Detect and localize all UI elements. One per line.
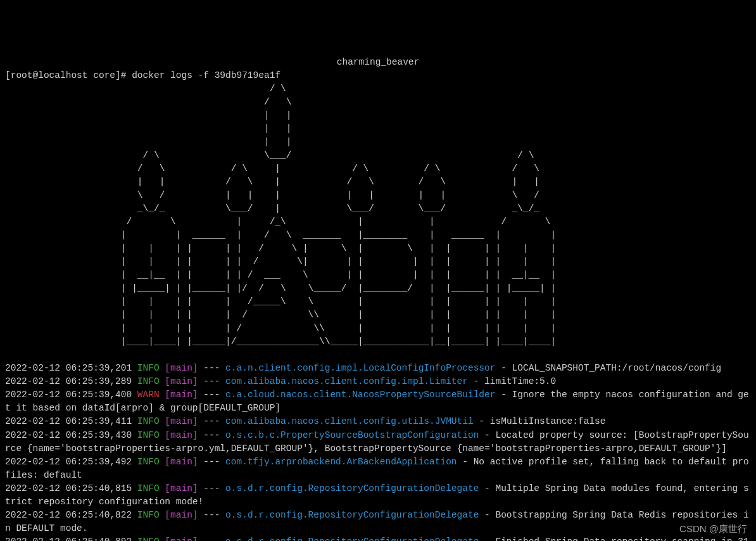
log-timestamp: 2022-02-12 06:25:39,430 — [5, 430, 132, 440]
log-separator: --- — [198, 483, 226, 493]
log-separator: --- — [198, 457, 226, 467]
log-separator: --- — [198, 430, 226, 440]
log-lines: 2022-02-12 06:25:39,201 INFO [main] --- … — [5, 362, 751, 541]
log-separator: --- — [198, 510, 226, 520]
log-logger: o.s.d.r.config.RepositoryConfigurationDe… — [225, 483, 479, 493]
log-message: - LOCAL_SNAPSHOT_PATH:/root/nacos/config — [495, 363, 721, 373]
log-thread: [main] — [165, 510, 198, 520]
log-logger: o.s.d.r.config.RepositoryConfigurationDe… — [225, 537, 479, 541]
log-line: 2022-02-12 06:25:39,411 INFO [main] --- … — [5, 415, 751, 428]
log-line: 2022-02-12 06:25:39,400 WARN [main] --- … — [5, 388, 751, 415]
log-message: - limitTime:5.0 — [468, 376, 556, 386]
log-level: INFO — [137, 376, 160, 386]
log-logger: o.s.d.r.config.RepositoryConfigurationDe… — [225, 510, 479, 520]
log-level: INFO — [137, 430, 160, 440]
log-separator: --- — [198, 363, 226, 373]
log-thread: [main] — [165, 537, 198, 541]
log-timestamp: 2022-02-12 06:25:39,289 — [5, 376, 132, 386]
log-thread: [main] — [165, 416, 198, 426]
container-name: charming_beaver — [5, 56, 751, 69]
log-thread: [main] — [165, 430, 198, 440]
log-logger: c.a.cloud.nacos.client.NacosPropertySour… — [225, 390, 495, 400]
log-level: INFO — [137, 416, 160, 426]
log-timestamp: 2022-02-12 06:25:40,822 — [5, 510, 132, 520]
log-separator: --- — [198, 537, 226, 541]
log-logger: com.tfjy.arprobackend.ArBackendApplicati… — [225, 457, 457, 467]
log-level: INFO — [137, 457, 160, 467]
log-logger: com.alibaba.nacos.client.config.utils.JV… — [225, 416, 474, 426]
log-separator: --- — [198, 376, 226, 386]
log-thread: [main] — [165, 457, 198, 467]
log-timestamp: 2022-02-12 06:25:39,492 — [5, 457, 132, 467]
log-timestamp: 2022-02-12 06:25:39,201 — [5, 363, 132, 373]
ascii-art-banner: / \ / \ | | | | — [5, 82, 751, 348]
log-line: 2022-02-12 06:25:40,815 INFO [main] --- … — [5, 482, 751, 509]
watermark: CSDN @康世行 — [679, 522, 747, 536]
log-thread: [main] — [165, 376, 198, 386]
log-line: 2022-02-12 06:25:40,892 INFO [main] --- … — [5, 535, 751, 541]
log-timestamp: 2022-02-12 06:25:40,892 — [5, 537, 132, 541]
log-line: 2022-02-12 06:25:40,822 INFO [main] --- … — [5, 509, 751, 535]
log-thread: [main] — [165, 363, 198, 373]
log-level: INFO — [137, 510, 160, 520]
log-level: WARN — [137, 390, 160, 400]
log-separator: --- — [198, 416, 226, 426]
shell-prompt: [root@localhost core]# docker logs -f 39… — [5, 70, 280, 80]
log-timestamp: 2022-02-12 06:25:39,411 — [5, 416, 132, 426]
log-logger: com.alibaba.nacos.client.config.impl.Lim… — [225, 376, 468, 386]
log-line: 2022-02-12 06:25:39,430 INFO [main] --- … — [5, 429, 751, 455]
log-logger: o.s.c.b.c.PropertySourceBootstrapConfigu… — [225, 430, 479, 440]
log-message: - isMultiInstance:false — [474, 416, 606, 426]
log-thread: [main] — [165, 390, 198, 400]
log-line: 2022-02-12 06:25:39,201 INFO [main] --- … — [5, 362, 751, 375]
terminal-output[interactable]: charming_beaver[root@localhost core]# do… — [5, 56, 751, 541]
log-thread: [main] — [165, 483, 198, 493]
log-logger: c.a.n.client.config.impl.LocalConfigInfo… — [225, 363, 495, 373]
log-level: INFO — [137, 363, 160, 373]
log-level: INFO — [137, 537, 160, 541]
log-timestamp: 2022-02-12 06:25:40,815 — [5, 483, 132, 493]
log-separator: --- — [198, 390, 226, 400]
log-timestamp: 2022-02-12 06:25:39,400 — [5, 390, 132, 400]
log-line: 2022-02-12 06:25:39,289 INFO [main] --- … — [5, 375, 751, 388]
log-line: 2022-02-12 06:25:39,492 INFO [main] --- … — [5, 455, 751, 482]
log-level: INFO — [137, 483, 160, 493]
